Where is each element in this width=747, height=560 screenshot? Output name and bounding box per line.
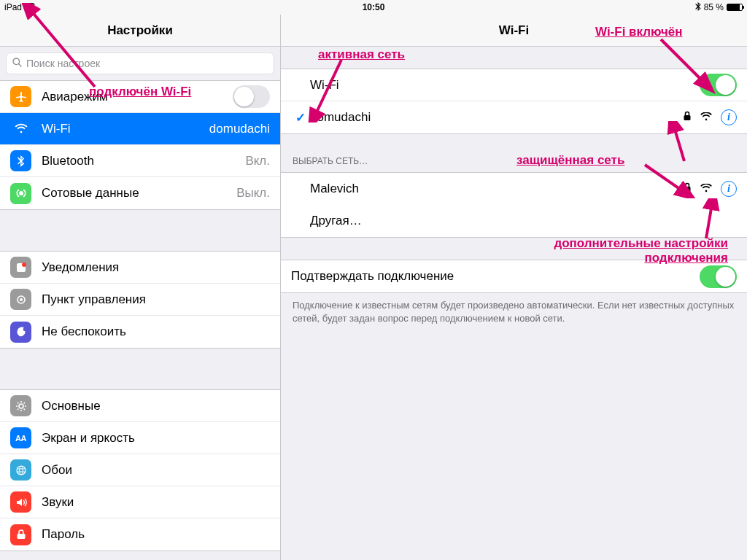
svg-point-6 — [19, 404, 23, 408]
network-name: Malevich — [310, 182, 683, 196]
sidebar-item-sounds[interactable]: Звуки — [0, 486, 280, 518]
ask-to-join-label: Подтверждать подключение — [291, 269, 700, 284]
sidebar-item-dnd[interactable]: Не беспокоить — [0, 316, 280, 348]
notifications-icon — [10, 257, 31, 278]
svg-point-5 — [20, 298, 23, 301]
sidebar-item-airplane[interactable]: Авиарежим — [0, 81, 280, 113]
sidebar-item-label: Уведомления — [42, 260, 270, 275]
sidebar-item-label: Wi-Fi — [42, 122, 209, 136]
ask-to-join-footer: Подключение к известным сетям будет прои… — [281, 293, 747, 330]
battery-icon — [727, 4, 743, 11]
airplane-switch[interactable] — [233, 85, 270, 108]
cellular-icon — [10, 183, 31, 204]
sidebar-item-label: Пункт управления — [42, 292, 270, 307]
status-bar: iPad 10:50 85 % — [0, 0, 747, 15]
sidebar-item-control-center[interactable]: Пункт управления — [0, 284, 280, 316]
search-input[interactable]: Поиск настроек — [6, 52, 274, 74]
passcode-icon — [10, 524, 31, 545]
lock-icon — [683, 182, 692, 196]
sidebar-item-general[interactable]: Основные — [0, 390, 280, 422]
bluetooth-status-icon — [695, 2, 701, 13]
ask-to-join-switch[interactable] — [700, 265, 737, 288]
search-placeholder: Поиск настроек — [26, 58, 100, 69]
wifi-signal-icon — [700, 110, 712, 125]
wifi-toggle-row[interactable]: Wi-Fi — [281, 69, 747, 101]
svg-point-3 — [22, 262, 26, 267]
sidebar-item-label: Пароль — [42, 527, 270, 542]
settings-sidebar: Настройки Поиск настроек АвиарежимWi-Fid… — [0, 15, 280, 560]
connected-network-name: domudachi — [310, 110, 683, 125]
connected-network-row[interactable]: ✓ domudachi i — [281, 101, 747, 133]
sidebar-item-label: Bluetooth — [42, 154, 245, 168]
choose-network-header: ВЫБРАТЬ СЕТЬ… — [281, 150, 747, 172]
bluetooth-icon — [10, 150, 31, 171]
device-label: iPad — [4, 2, 22, 12]
other-network-row[interactable]: Другая… — [281, 205, 747, 237]
info-icon[interactable]: i — [721, 181, 737, 197]
sidebar-item-label: Экран и яркость — [42, 431, 270, 446]
sidebar-title: Настройки — [0, 15, 280, 47]
detail-title: Wi-Fi — [281, 15, 747, 47]
other-network-label: Другая… — [310, 214, 737, 228]
svg-point-7 — [17, 466, 26, 475]
wifi-switch[interactable] — [700, 74, 737, 96]
sidebar-item-detail: domudachi — [209, 122, 270, 136]
ask-to-join-row[interactable]: Подтверждать подключение — [281, 260, 747, 292]
sidebar-item-passcode[interactable]: Пароль — [0, 518, 280, 551]
display-icon: AA — [10, 427, 31, 448]
control-center-icon — [10, 289, 31, 310]
sidebar-item-detail: Вкл. — [245, 154, 270, 168]
sidebar-item-wifi[interactable]: Wi-Fidomudachi — [0, 113, 280, 145]
sounds-icon — [10, 491, 31, 513]
clock: 10:50 — [363, 2, 385, 12]
wifi-detail-pane: Wi-Fi Wi-Fi ✓ domudachi i ВЫБРАТЬ СЕТЬ… … — [280, 15, 747, 560]
sidebar-item-detail: Выкл. — [236, 186, 270, 201]
lock-icon — [683, 110, 692, 125]
sidebar-item-label: Авиарежим — [42, 90, 233, 104]
sidebar-item-display[interactable]: AAЭкран и яркость — [0, 422, 280, 454]
search-icon — [12, 58, 22, 69]
sidebar-item-wallpaper[interactable]: Обои — [0, 454, 280, 486]
battery-percent: 85 % — [704, 2, 724, 12]
wifi-icon — [10, 118, 31, 139]
sidebar-item-label: Сотовые данные — [42, 186, 236, 201]
svg-rect-8 — [17, 534, 25, 539]
svg-rect-10 — [684, 187, 691, 192]
sidebar-item-label: Основные — [42, 399, 270, 413]
checkmark-icon: ✓ — [291, 110, 310, 125]
svg-rect-9 — [684, 115, 691, 120]
svg-line-1 — [19, 64, 21, 66]
network-row[interactable]: Malevichi — [281, 173, 747, 205]
general-icon — [10, 395, 31, 416]
sidebar-item-cellular[interactable]: Сотовые данныеВыкл. — [0, 177, 280, 209]
airplane-icon — [10, 86, 31, 107]
dnd-icon — [10, 322, 31, 343]
sidebar-item-bluetooth[interactable]: BluetoothВкл. — [0, 145, 280, 177]
sidebar-item-label: Обои — [42, 463, 270, 478]
wallpaper-icon — [10, 459, 31, 481]
info-icon[interactable]: i — [721, 109, 737, 125]
sidebar-item-label: Не беспокоить — [42, 324, 270, 339]
wifi-signal-icon — [700, 182, 712, 196]
wifi-status-icon — [25, 2, 35, 12]
wifi-toggle-label: Wi-Fi — [310, 78, 700, 93]
sidebar-item-notifications[interactable]: Уведомления — [0, 252, 280, 284]
sidebar-item-label: Звуки — [42, 495, 270, 510]
